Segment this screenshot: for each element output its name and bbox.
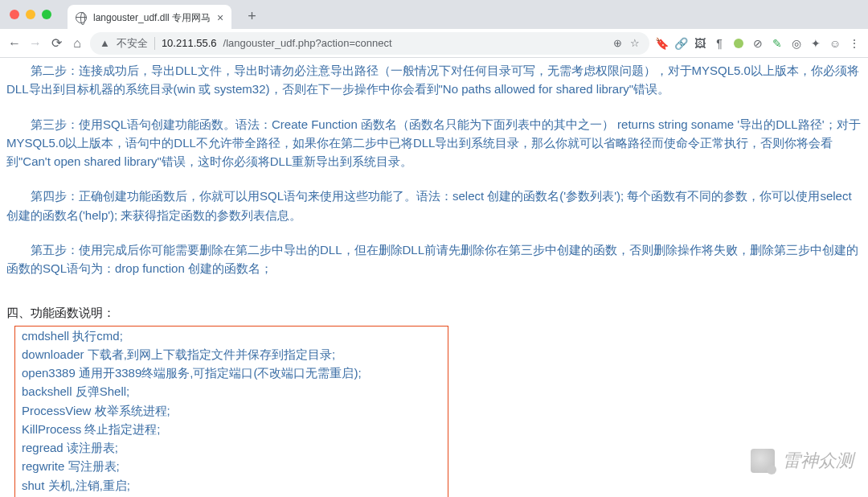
step-2-text: 第二步：连接成功后，导出DLL文件，导出时请勿必注意导出路径（一般情况下对任何目… [6,61,862,99]
close-tab-button[interactable]: × [217,12,223,23]
globe-icon [76,12,87,23]
extension-bookmark-icon[interactable]: 🔖 [654,36,669,51]
func-item: downloader 下载者,到网上下载指定文件并保存到指定目录; [22,345,441,364]
url-separator [154,37,155,50]
back-button[interactable]: ← [6,36,23,51]
step-4-text: 第四步：正确创建功能函数后，你就可以用SQL语句来使用这些功能了。语法：sele… [6,187,862,224]
func-item: cmdshell 执行cmd; [22,327,441,345]
insecure-label: 不安全 [117,36,148,51]
close-window-button[interactable] [10,10,19,19]
warning-icon: ▲ [100,37,110,49]
url-actions: ⊕ ☆ [613,37,640,49]
browser-titlebar: langouster_udf.dll 专用网马 × + [0,0,868,29]
address-bar[interactable]: ▲ 不安全 10.211.55.6/langouster_udf.php?act… [90,32,649,55]
extension-image-icon[interactable]: 🖼 [693,36,707,51]
window-controls [10,10,51,19]
zoom-icon[interactable]: ⊕ [613,37,622,49]
maximize-window-button[interactable] [42,10,51,19]
func-item: backshell 反弹Shell; [22,382,441,400]
overflow-menu-icon[interactable]: ⋮ [847,36,862,51]
watermark: 雷神众测 [751,449,854,473]
func-item: open3389 通用开3389终端服务,可指定端口(不改端口无需重启); [22,364,441,382]
bookmark-star-icon[interactable]: ☆ [630,37,640,49]
tab-title: langouster_udf.dll 专用网马 [93,11,211,25]
reload-button[interactable]: ⟳ [48,35,64,51]
browser-toolbar: ← → ⟳ ⌂ ▲ 不安全 10.211.55.6/langouster_udf… [0,29,868,58]
extension-paragraph-icon[interactable]: ¶ [712,36,727,51]
extensions-row: 🔖 🔗 🖼 ¶ ⊘ ✎ ◎ ✦ ☺ ⋮ [654,36,862,51]
func-item: KillProcess 终止指定进程; [22,420,441,438]
extension-link-icon[interactable]: 🔗 [674,36,688,51]
extension-leaf-icon[interactable]: ✎ [770,36,784,51]
func-item: shut 关机,注销,重启; [22,476,441,495]
func-item: regwrite 写注册表; [22,457,441,475]
url-path: /langouster_udf.php?action=connect [223,37,392,49]
step-3-text: 第三步：使用SQL语句创建功能函数。语法：Create Function 函数名… [6,115,862,171]
extension-block-icon[interactable]: ⊘ [751,36,765,51]
function-list-box: cmdshell 执行cmd; downloader 下载者,到网上下载指定文件… [14,326,448,498]
page-content: 第二步：连接成功后，导出DLL文件，导出时请勿必注意导出路径（一般情况下对任何目… [0,58,868,497]
extensions-puzzle-icon[interactable]: ✦ [809,36,823,51]
extension-status-icon[interactable] [731,36,746,51]
profile-avatar-icon[interactable]: ☺ [828,36,842,51]
minimize-window-button[interactable] [26,10,35,19]
func-item: regread 读注册表; [22,438,441,457]
url-host: 10.211.55.6 [162,37,217,49]
browser-tab[interactable]: langouster_udf.dll 专用网马 × [68,5,231,31]
section-4-title: 四、功能函数说明： [6,303,862,322]
extension-circle-icon[interactable]: ◎ [789,36,804,51]
watermark-text: 雷神众测 [783,449,854,473]
watermark-icon [751,449,775,473]
forward-button[interactable]: → [27,36,43,51]
step-5-text: 第五步：使用完成后你可能需要删除在第二步中导出的DLL，但在删除DLL前请先删除… [6,240,862,278]
new-tab-button[interactable]: + [248,8,256,25]
home-button[interactable]: ⌂ [69,36,85,51]
func-item: ProcessView 枚举系统进程; [22,401,441,420]
